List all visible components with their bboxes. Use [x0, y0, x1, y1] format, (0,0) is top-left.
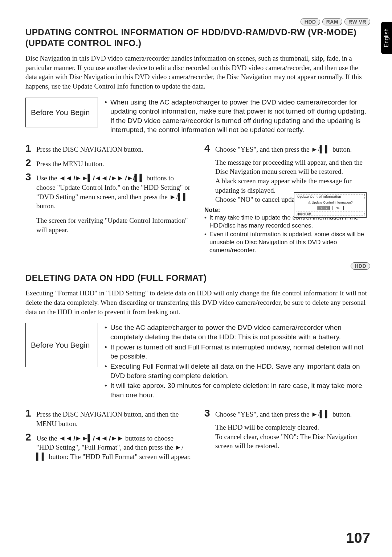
s2-step-3: 3 Choose "YES", and then press the ►/▍▍ …	[204, 408, 370, 419]
byb-item: When using the AC adapter/charger to pow…	[105, 98, 370, 135]
step-1: 1 Press the DISC NAVIGATION button.	[25, 143, 191, 154]
section1-left-col: 1 Press the DISC NAVIGATION button. 2 Pr…	[25, 143, 191, 255]
step-line: Choose "YES", and then press the ►/▍▍ bu…	[215, 410, 352, 418]
before-you-begin-1: Before You Begin When using the AC adapt…	[25, 98, 370, 136]
confirm-screen-thumb: Update Control Information ⚠ Update Cont…	[294, 192, 367, 218]
byb-item: It will take approx. 30 minutes for comp…	[105, 381, 370, 400]
badge-ram: RAM	[322, 18, 342, 25]
step-text: Choose "YES", and then press the ►/▍▍ bu…	[215, 145, 352, 154]
section2-left-col: 1 Press the DISC NAVIGATION button, and …	[25, 408, 191, 465]
thumb-footer: ◉ENTER	[296, 212, 365, 216]
section2-steps: 1 Press the DISC NAVIGATION button, and …	[25, 408, 370, 465]
thumb-buttons: YES NO	[296, 206, 365, 210]
step-pre: Use the	[36, 434, 59, 442]
step-sub: The screen for verifying "Update Control…	[36, 216, 191, 234]
byb-item: Use the AC adapter/charger to power the …	[105, 323, 370, 341]
byb-list-2: Use the AC adapter/charger to power the …	[105, 323, 370, 400]
s2-step-3-cont: The HDD will be completely cleared. To c…	[204, 423, 370, 451]
section2-intro: Executing "Format HDD" in "HDD Setting" …	[25, 288, 370, 316]
s2-step-1: 1 Press the DISC NAVIGATION button, and …	[25, 408, 191, 428]
thumb-title: Update Control Information	[296, 194, 365, 199]
section2-right-col: 3 Choose "YES", and then press the ►/▍▍ …	[204, 408, 370, 465]
step-num: 2	[25, 158, 33, 168]
badge-hdd: HDD	[301, 18, 320, 25]
nav-buttons-icon: ◄◄ /►►▍/◄◄ /►►	[59, 434, 123, 442]
media-badges-mid: HDD	[25, 262, 370, 270]
thumb-yes: YES	[317, 206, 330, 210]
step-line: Choose "YES", and then press the ►/▍▍ bu…	[215, 146, 352, 153]
section1-title: UPDATING CONTROL INFORMATION OF HDD/DVD-…	[25, 27, 370, 49]
byb-list-1: When using the AC adapter/charger to pow…	[105, 98, 370, 136]
nav-buttons-icon: ◄◄ /►►▍/◄◄ /►► /►/▍▍	[59, 174, 144, 182]
badge-hdd: HDD	[351, 262, 370, 270]
step-num: 1	[25, 143, 33, 153]
page-number: 107	[346, 530, 370, 546]
step-pre: Use the	[36, 174, 59, 182]
thumb-msg: ⚠ Update Control Information?	[296, 201, 365, 204]
note-item: Even if control information is updated, …	[204, 230, 370, 254]
step-line: To cancel clear, choose "NO": The Disc N…	[215, 432, 370, 451]
step-line: The message for proceeding will appear, …	[215, 158, 370, 176]
before-you-begin-2: Before You Begin Use the AC adapter/char…	[25, 323, 370, 400]
media-badges-top: HDD RAM RW VR	[25, 18, 370, 25]
note-list: It may take time to update the control i…	[204, 214, 370, 254]
thumb-no: NO	[332, 206, 344, 210]
step-line: The HDD will be completely cleared.	[215, 423, 370, 432]
s2-step-2: 2 Use the ◄◄ /►►▍/◄◄ /►► buttons to choo…	[25, 432, 191, 462]
step-text: Choose "YES", and then press the ►/▍▍ bu…	[215, 410, 352, 419]
byb-item: Executing Full Format will delete all da…	[105, 362, 370, 380]
language-tab: English	[381, 22, 392, 54]
section1-intro: Disc Navigation in this DVD video camera…	[25, 54, 370, 91]
step-num: 3	[25, 172, 33, 182]
step-4: 4 Choose "YES", and then press the ►/▍▍ …	[204, 143, 370, 154]
step-3: 3 Use the ◄◄ /►►▍/◄◄ /►► /►/▍▍ buttons t…	[25, 172, 191, 234]
step-2: 2 Press the MENU button.	[25, 158, 191, 169]
byb-item: If power is turned off and Full Format i…	[105, 343, 370, 361]
step-num: 2	[25, 432, 33, 442]
step-text: Press the DISC NAVIGATION button, and th…	[36, 410, 191, 428]
step-text: Press the DISC NAVIGATION button.	[36, 145, 143, 154]
step-text: Press the MENU button.	[36, 159, 104, 169]
section2-title: DELETING DATA ON HDD (FULL FORMAT)	[25, 273, 370, 283]
byb-box-1: Before You Begin	[25, 98, 98, 127]
step-num: 4	[204, 143, 212, 153]
step-num: 3	[204, 408, 212, 418]
badge-rwvr: RW VR	[344, 18, 370, 25]
step-text: Use the ◄◄ /►►▍/◄◄ /►► buttons to choose…	[36, 434, 191, 462]
step-num: 1	[25, 408, 33, 418]
step-text: Use the ◄◄ /►►▍/◄◄ /►► /►/▍▍ buttons to …	[36, 173, 191, 234]
byb-box-2: Before You Begin	[25, 323, 98, 367]
